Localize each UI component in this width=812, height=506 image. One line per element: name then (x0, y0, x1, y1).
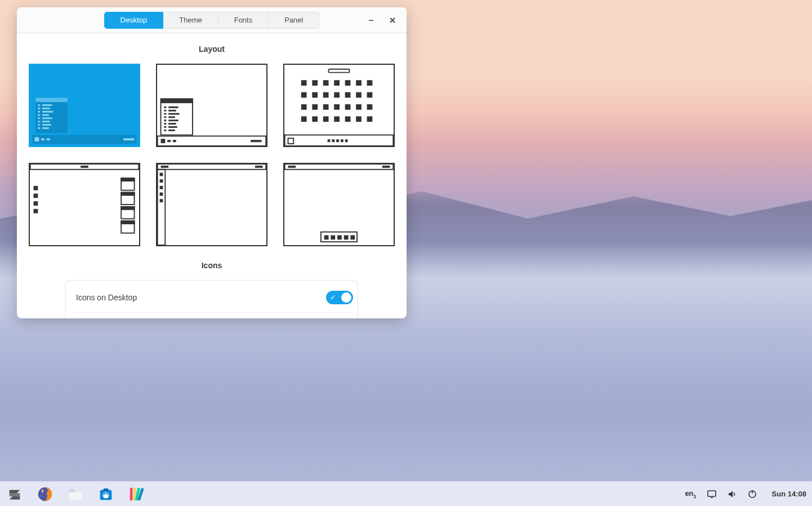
toggle-knob (341, 292, 351, 303)
tab-fonts[interactable]: Fonts (218, 12, 269, 29)
tab-panel[interactable]: Panel (269, 12, 319, 29)
window-content: Layout (17, 33, 407, 318)
svg-marker-117 (10, 493, 20, 496)
svg-rect-33 (168, 106, 179, 108)
close-button[interactable] (383, 12, 402, 29)
volume-control[interactable] (727, 489, 737, 499)
svg-rect-40 (164, 119, 166, 121)
svg-rect-63 (301, 104, 307, 110)
svg-rect-98 (158, 164, 266, 170)
layout-option-bottom-dock[interactable] (283, 163, 395, 246)
icons-settings-card: Icons on Desktop ✓ Home (65, 280, 358, 318)
svg-rect-49 (301, 80, 307, 86)
svg-rect-115 (350, 235, 355, 239)
svg-marker-118 (10, 496, 20, 499)
svg-rect-48 (329, 69, 350, 73)
svg-rect-20 (42, 121, 50, 122)
svg-rect-87 (34, 194, 38, 198)
svg-rect-17 (38, 117, 40, 119)
folder-icon (67, 486, 84, 503)
appearance-settings-window: Desktop Theme Fonts Panel Layout (17, 7, 407, 318)
start-menu-button[interactable] (6, 485, 24, 503)
tab-theme[interactable]: Theme (163, 12, 218, 29)
svg-rect-112 (331, 235, 335, 239)
screen-indicator[interactable] (707, 489, 717, 499)
window-controls (362, 7, 402, 33)
svg-rect-62 (367, 92, 373, 98)
svg-rect-64 (312, 104, 318, 110)
layout-option-app-grid[interactable] (283, 64, 395, 147)
svg-rect-61 (356, 92, 362, 98)
layout-option-traditional-start-light[interactable] (156, 64, 267, 147)
layout-preview-icon (284, 164, 394, 245)
svg-rect-44 (164, 126, 166, 128)
layout-option-traditional-start[interactable] (29, 64, 140, 147)
minimize-button[interactable] (362, 12, 381, 29)
appearance-launcher[interactable] (127, 485, 145, 503)
power-button[interactable] (747, 489, 757, 499)
svg-rect-82 (341, 139, 343, 142)
svg-rect-21 (38, 124, 40, 126)
svg-rect-93 (121, 193, 134, 196)
svg-rect-38 (164, 116, 166, 118)
svg-rect-41 (168, 119, 179, 121)
svg-rect-52 (334, 80, 340, 86)
svg-rect-37 (168, 113, 179, 115)
svg-rect-97 (121, 221, 134, 224)
svg-rect-72 (323, 116, 329, 122)
svg-rect-80 (332, 139, 334, 142)
layout-preview-icon (157, 164, 266, 245)
svg-rect-88 (34, 201, 38, 206)
svg-rect-69 (367, 104, 373, 110)
svg-rect-7 (35, 97, 67, 132)
layout-grid (27, 64, 396, 246)
svg-rect-104 (160, 186, 163, 189)
svg-rect-34 (164, 110, 166, 112)
zorin-logo-icon (6, 486, 23, 503)
svg-rect-55 (367, 80, 373, 86)
svg-rect-53 (345, 80, 351, 86)
firefox-launcher[interactable] (36, 485, 54, 503)
svg-rect-18 (42, 117, 52, 119)
files-launcher[interactable] (66, 485, 84, 503)
svg-rect-29 (251, 140, 261, 142)
svg-rect-9 (38, 104, 40, 106)
svg-rect-28 (173, 140, 176, 142)
keyboard-indicator[interactable]: en1 (685, 489, 696, 499)
taskbar-apps (6, 485, 145, 503)
clock[interactable]: Sun 14:08 (772, 490, 806, 498)
svg-rect-76 (367, 116, 373, 122)
tabs-container: Desktop Theme Fonts Panel (104, 12, 320, 29)
svg-rect-5 (47, 138, 50, 140)
svg-rect-100 (255, 166, 263, 168)
svg-rect-32 (164, 106, 166, 108)
svg-rect-122 (69, 492, 82, 499)
svg-rect-23 (38, 127, 40, 129)
taskbar: en1 Sun 14:08 (0, 481, 812, 506)
svg-rect-74 (345, 116, 351, 122)
power-icon (747, 489, 757, 499)
layout-option-left-dock[interactable] (156, 163, 267, 246)
svg-rect-105 (160, 193, 163, 196)
layout-option-side-panels[interactable] (29, 163, 140, 246)
icons-on-desktop-toggle[interactable]: ✓ (326, 291, 353, 304)
shopping-bag-icon (97, 486, 114, 503)
svg-rect-95 (121, 207, 134, 210)
minimize-icon (368, 17, 374, 24)
window-titlebar: Desktop Theme Fonts Panel (17, 7, 407, 33)
software-launcher[interactable] (97, 485, 115, 503)
svg-rect-66 (334, 104, 340, 110)
svg-rect-65 (323, 104, 329, 110)
svg-rect-130 (708, 491, 716, 496)
svg-rect-106 (160, 199, 163, 202)
tab-desktop[interactable]: Desktop (104, 12, 164, 29)
svg-rect-111 (324, 235, 329, 239)
svg-rect-57 (312, 92, 318, 98)
icons-on-desktop-row: Icons on Desktop ✓ (76, 291, 353, 313)
firefox-icon (37, 486, 53, 503)
svg-rect-125 (103, 488, 108, 491)
svg-rect-0 (369, 20, 373, 21)
svg-rect-39 (168, 116, 175, 118)
icons-section-title: Icons (27, 261, 396, 270)
svg-rect-42 (164, 123, 166, 125)
